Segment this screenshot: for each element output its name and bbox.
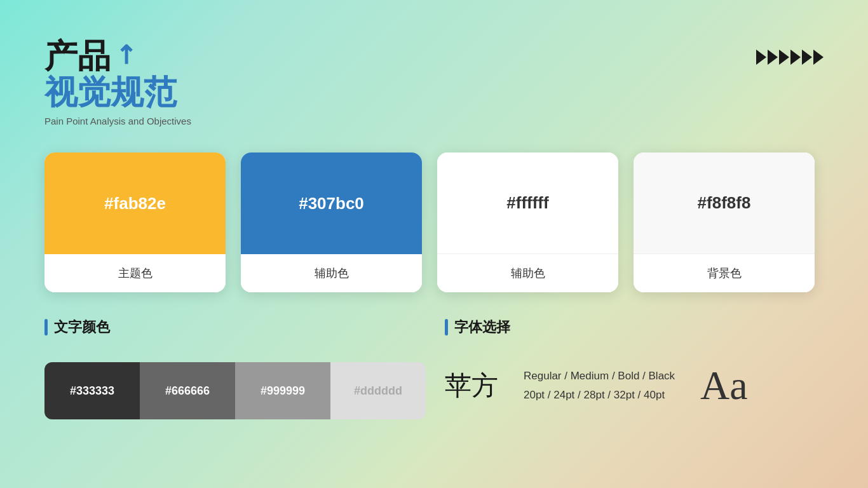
chevron-icon-2 <box>768 50 778 65</box>
chevrons-decoration <box>756 50 824 65</box>
font-sizes: 20pt / 24pt / 28pt / 32pt / 40pt <box>524 389 675 402</box>
text-swatches: #333333 #666666 #999999 #dddddd <box>44 362 426 419</box>
color-hex-lightgray: #f8f8f8 <box>698 193 751 213</box>
text-swatch-ddd-label: #dddddd <box>354 384 402 398</box>
text-colors-title: 文字颜色 <box>54 318 110 337</box>
font-section-label: 字体选择 <box>445 318 510 337</box>
color-swatch-white: #ffffff <box>437 152 618 254</box>
chevron-icon-3 <box>779 50 789 65</box>
color-card-lightgray: #f8f8f8 背景色 <box>634 152 815 292</box>
color-label-blue: 辅助色 <box>241 254 422 292</box>
text-swatch-666: #666666 <box>140 362 235 419</box>
color-cards: #fab82e 主题色 #307bc0 辅助色 #ffffff 辅助色 #f8f… <box>44 152 815 292</box>
chevron-icon-4 <box>790 50 801 65</box>
font-content: 苹方 Regular / Medium / Bold / Black 20pt … <box>445 362 748 409</box>
text-swatch-666-label: #666666 <box>165 384 210 398</box>
font-details: Regular / Medium / Bold / Black 20pt / 2… <box>524 370 675 402</box>
text-colors-label: 文字颜色 <box>44 318 110 337</box>
color-label-white: 辅助色 <box>437 254 618 292</box>
section-bar-text <box>44 319 48 336</box>
font-section-title: 字体选择 <box>454 318 510 337</box>
font-name-chinese: 苹方 <box>445 368 498 403</box>
text-swatch-333-label: #333333 <box>70 384 114 398</box>
text-swatch-ddd: #dddddd <box>330 362 426 419</box>
text-swatch-333: #333333 <box>44 362 140 419</box>
font-preview-aa: Aa <box>700 362 748 409</box>
text-swatch-999-label: #999999 <box>261 384 305 398</box>
color-swatch-yellow: #fab82e <box>44 152 226 254</box>
color-swatch-lightgray: #f8f8f8 <box>634 152 815 254</box>
arrow-icon: ↗ <box>107 36 144 72</box>
color-card-blue: #307bc0 辅助色 <box>241 152 422 292</box>
color-hex-white: #ffffff <box>506 193 548 213</box>
font-weights: Regular / Medium / Bold / Black <box>524 370 675 383</box>
chevron-icon-6 <box>813 50 824 65</box>
section-bar-font <box>445 319 448 336</box>
title-black: 产品 <box>44 38 111 74</box>
color-label-yellow: 主题色 <box>44 254 226 292</box>
text-colors-section: 文字颜色 <box>44 318 110 337</box>
color-hex-blue: #307bc0 <box>299 194 364 214</box>
header-line1: 产品 ↗ <box>44 38 191 74</box>
chevron-icon-1 <box>756 50 766 65</box>
color-card-yellow: #fab82e 主题色 <box>44 152 226 292</box>
color-label-lightgray: 背景色 <box>634 254 815 292</box>
title-blue-line: 视觉规范 <box>44 74 191 111</box>
header-subtitle: Pain Point Analysis and Objectives <box>44 116 191 126</box>
font-section: 字体选择 <box>445 318 510 337</box>
header: 产品 ↗ 视觉规范 Pain Point Analysis and Object… <box>44 38 191 126</box>
text-swatch-999: #999999 <box>235 362 330 419</box>
color-swatch-blue: #307bc0 <box>241 152 422 254</box>
color-card-white: #ffffff 辅助色 <box>437 152 618 292</box>
title-blue: 视觉规范 <box>44 74 177 111</box>
color-hex-yellow: #fab82e <box>104 194 166 214</box>
chevron-icon-5 <box>802 50 812 65</box>
